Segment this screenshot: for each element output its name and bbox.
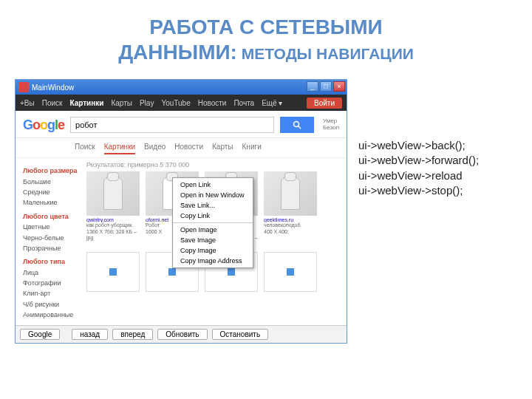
maximize-button[interactable]: □ bbox=[320, 81, 332, 92]
size-small[interactable]: Маленькие bbox=[23, 197, 79, 208]
tab-search[interactable]: Поиск bbox=[75, 143, 95, 154]
code-sample: ui->webView->back(); ui->webView->forwar… bbox=[358, 79, 479, 343]
google-top-bar: +Вы Поиск Картинки Карты Play YouTube Но… bbox=[16, 95, 347, 111]
color-color[interactable]: Цветные bbox=[23, 222, 79, 232]
back-button[interactable]: назад bbox=[72, 329, 108, 340]
image-placeholder-icon bbox=[228, 268, 235, 276]
svg-point-0 bbox=[294, 122, 299, 127]
gbar-news[interactable]: Новости bbox=[198, 99, 227, 107]
forward-button[interactable]: вперед bbox=[112, 329, 153, 340]
ctx-copy-image-address[interactable]: Copy Image Address bbox=[173, 256, 253, 266]
color-header[interactable]: Любого цвета bbox=[23, 211, 79, 222]
tab-maps[interactable]: Карты bbox=[212, 143, 233, 154]
search-row: Google УмерБезоп bbox=[16, 111, 347, 138]
search-input[interactable] bbox=[70, 117, 274, 133]
type-anim[interactable]: Анимированные bbox=[23, 310, 79, 320]
ctx-copy-link[interactable]: Copy Link bbox=[173, 211, 253, 221]
nav-toolbar: Google назад вперед Обновить Остановить bbox=[16, 325, 347, 343]
stop-button[interactable]: Остановить bbox=[212, 329, 269, 340]
svg-line-1 bbox=[299, 126, 301, 129]
ctx-open-image[interactable]: Open Image bbox=[173, 225, 253, 235]
title-line2: ДАННЫМИ: МЕТОДЫ НАВИГАЦИИ bbox=[30, 40, 502, 65]
type-clipart[interactable]: Клип-арт bbox=[23, 288, 79, 299]
image-placeholder-icon bbox=[168, 268, 176, 276]
tab-video[interactable]: Видео bbox=[144, 143, 166, 154]
app-icon bbox=[18, 82, 29, 92]
google-button[interactable]: Google bbox=[20, 329, 60, 340]
gbar-maps[interactable]: Карты bbox=[111, 99, 132, 107]
app-window: MainWindow _ □ × +Вы Поиск Картинки Карт… bbox=[15, 79, 347, 343]
loading-thumb bbox=[264, 252, 317, 292]
reload-button[interactable]: Обновить bbox=[157, 329, 207, 340]
results-panel: Результатов: примерно 5 370 000 qwintry.… bbox=[82, 158, 347, 324]
gbar-images[interactable]: Картинки bbox=[69, 99, 103, 107]
search-tabs: Поиск Картинки Видео Новости Карты Книги bbox=[16, 138, 347, 158]
type-photos[interactable]: Фотографии bbox=[23, 278, 79, 288]
size-header[interactable]: Любого размера bbox=[23, 166, 79, 176]
size-large[interactable]: Большие bbox=[23, 177, 79, 187]
search-button[interactable] bbox=[280, 117, 314, 133]
gbar-more[interactable]: Ещё ▾ bbox=[262, 99, 282, 107]
safesearch-label: УмерБезоп bbox=[323, 118, 339, 132]
code-line: ui->webView->back(); bbox=[358, 138, 479, 153]
slide-title: РАБОТА С СЕТЕВЫМИ ДАННЫМИ: МЕТОДЫ НАВИГА… bbox=[0, 0, 532, 72]
tab-news[interactable]: Новости bbox=[174, 143, 203, 154]
code-line: ui->webView->forward(); bbox=[358, 153, 479, 168]
gbar-search[interactable]: Поиск bbox=[42, 99, 63, 107]
tab-books[interactable]: Книги bbox=[242, 143, 262, 154]
ctx-open-new-window[interactable]: Open in New Window bbox=[173, 190, 253, 200]
result-thumb[interactable]: qwintry.com как робот-уборщик. 1366 X 76… bbox=[86, 171, 140, 248]
gbar-youtube[interactable]: YouTube bbox=[161, 99, 190, 107]
ctx-save-image[interactable]: Save Image bbox=[173, 235, 253, 245]
window-titlebar[interactable]: MainWindow _ □ × bbox=[16, 80, 347, 95]
filter-sidebar: Любого размера Большие Средние Маленькие… bbox=[16, 158, 82, 324]
ctx-copy-image[interactable]: Copy Image bbox=[173, 245, 253, 256]
ctx-save-link[interactable]: Save Link... bbox=[173, 200, 253, 211]
type-lineart[interactable]: Ч/б рисунки bbox=[23, 299, 79, 310]
ctx-open-link[interactable]: Open Link bbox=[173, 180, 253, 190]
code-line: ui->webView->reload bbox=[358, 168, 479, 183]
code-line: ui->webView->stop(); bbox=[358, 183, 479, 198]
context-menu: Open Link Open in New Window Save Link..… bbox=[172, 177, 253, 268]
gbar-you[interactable]: +Вы bbox=[20, 99, 35, 107]
window-title: MainWindow bbox=[32, 83, 74, 92]
size-medium[interactable]: Средние bbox=[23, 187, 79, 197]
type-faces[interactable]: Лица bbox=[23, 267, 79, 278]
color-bw[interactable]: Черно-белые bbox=[23, 233, 79, 243]
close-button[interactable]: × bbox=[333, 81, 345, 92]
result-count: Результатов: примерно 5 370 000 bbox=[86, 161, 342, 168]
tab-images[interactable]: Картинки bbox=[104, 143, 135, 154]
title-line1: РАБОТА С СЕТЕВЫМИ bbox=[30, 15, 502, 40]
loading-thumb bbox=[86, 252, 140, 292]
google-logo[interactable]: Google bbox=[23, 117, 64, 133]
type-header[interactable]: Любого типа bbox=[23, 256, 79, 267]
minimize-button[interactable]: _ bbox=[307, 81, 318, 92]
signin-button[interactable]: Войти bbox=[307, 98, 342, 109]
gbar-mail[interactable]: Почта bbox=[233, 99, 254, 107]
image-placeholder-icon bbox=[109, 268, 117, 276]
gbar-play[interactable]: Play bbox=[140, 99, 154, 107]
image-placeholder-icon bbox=[287, 268, 294, 276]
color-trans[interactable]: Прозрачные bbox=[23, 243, 79, 253]
result-thumb[interactable]: geektimes.ru человекоподоб 400 X 400; bbox=[264, 171, 317, 248]
